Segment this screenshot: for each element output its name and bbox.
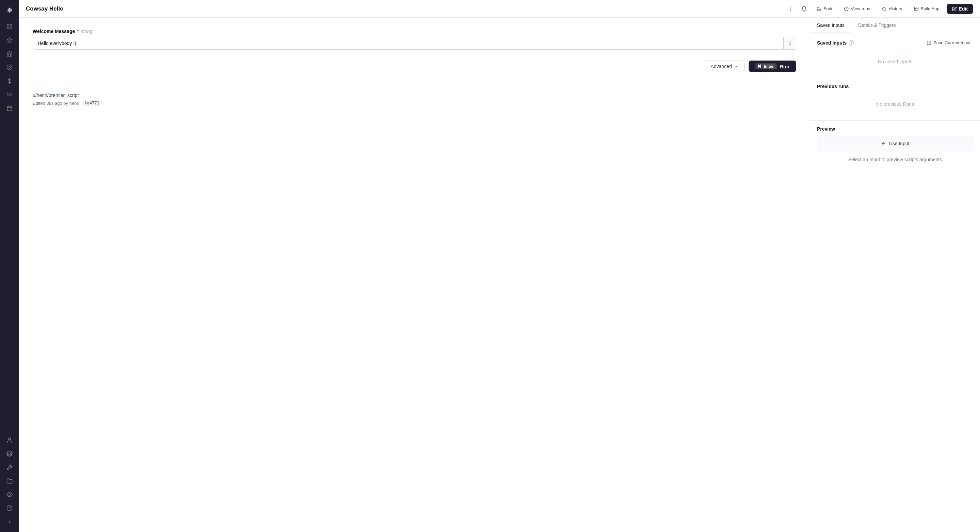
history-icon <box>882 6 886 11</box>
save-current-input-button[interactable]: Save Current Input <box>924 39 973 47</box>
edit-label: Edit <box>959 6 968 11</box>
preview-hint: Select an Input to preview scripts argum… <box>817 157 973 162</box>
svg-point-22 <box>817 7 819 8</box>
sidebar-item-tools[interactable] <box>3 461 16 473</box>
advanced-button[interactable]: Advanced <box>705 60 744 72</box>
more-button[interactable] <box>785 3 796 14</box>
sidebar-item-settings[interactable] <box>3 448 16 460</box>
script-panel: Welcome Message* string $ Advanced ⌘ Ent… <box>19 18 810 532</box>
script-edited: Edited 38s ago by henri fa4771 <box>33 100 796 106</box>
main-container: Cowsay Hello Fork View runs History <box>19 0 980 532</box>
clock-icon <box>844 6 849 11</box>
svg-point-8 <box>9 94 11 95</box>
topbar-actions: Fork View runs History Build App Edit <box>785 3 973 14</box>
preview-section: Preview Use Input Select an Input to pre… <box>810 121 980 532</box>
tabs-row: Saved inputs Details & Triggers <box>810 18 980 33</box>
saved-inputs-info-icon[interactable]: i <box>849 40 854 46</box>
saved-inputs-title: Saved Inputs i <box>817 40 854 46</box>
sidebar-item-home[interactable] <box>3 48 16 60</box>
run-area: Advanced ⌘ Enter Run <box>33 60 796 72</box>
sidebar-item-user[interactable] <box>3 434 16 446</box>
sidebar-item-calendar[interactable] <box>3 102 16 114</box>
build-app-button[interactable]: Build App <box>910 4 944 14</box>
previous-runs-title: Previous runs <box>817 84 973 89</box>
use-input-button[interactable]: Use Input <box>817 136 973 151</box>
sidebar-item-expand[interactable] <box>3 516 16 528</box>
save-current-input-label: Save Current Input <box>933 40 970 45</box>
svg-point-23 <box>817 9 819 11</box>
field-label: Welcome Message* string <box>33 29 796 34</box>
run-label: Run <box>780 64 789 69</box>
chevron-down-icon <box>734 64 739 69</box>
saved-inputs-header: Saved Inputs i Save Current Input <box>817 39 973 47</box>
enter-key: Enter <box>762 64 775 69</box>
svg-point-15 <box>9 494 11 495</box>
preview-title: Preview <box>817 126 973 132</box>
tab-saved-inputs[interactable]: Saved inputs <box>810 18 851 33</box>
svg-rect-0 <box>7 24 9 26</box>
fork-icon <box>817 6 821 11</box>
svg-point-14 <box>9 453 11 455</box>
commit-badge: fa4771 <box>82 100 102 106</box>
field-label-text: Welcome Message <box>33 29 75 34</box>
history-button[interactable]: History <box>877 4 907 14</box>
sidebar-item-billing[interactable] <box>3 75 16 87</box>
no-previous-runs: No previous Runs <box>817 93 973 115</box>
sidebar-logo[interactable]: ❄ <box>3 4 16 16</box>
sidebar-item-grid[interactable] <box>3 21 16 33</box>
svg-rect-9 <box>7 106 12 111</box>
cmd-key: ⌘ <box>757 64 762 69</box>
run-button[interactable]: ⌘ Enter Run <box>749 60 796 72</box>
right-panel: Saved inputs Details & Triggers Saved In… <box>810 18 980 532</box>
sidebar-item-api[interactable] <box>3 89 16 101</box>
edited-text: Edited 38s ago by henri <box>33 101 79 106</box>
sidebar-item-eye[interactable] <box>3 489 16 501</box>
sidebar-item-help[interactable] <box>3 502 16 514</box>
script-meta: u/henri/premier_script Edited 38s ago by… <box>33 92 796 106</box>
edit-icon <box>952 6 957 11</box>
fork-label: Fork <box>824 6 832 11</box>
sidebar-item-play[interactable] <box>3 61 16 73</box>
svg-marker-4 <box>7 38 12 43</box>
advanced-label: Advanced <box>711 64 732 69</box>
saved-inputs-title-text: Saved Inputs <box>817 40 846 46</box>
svg-marker-6 <box>9 66 11 68</box>
svg-rect-25 <box>914 7 918 11</box>
page-title: Cowsay Hello <box>26 5 780 12</box>
no-saved-inputs: No saved Inputs <box>817 51 973 73</box>
build-app-label: Build App <box>921 6 940 11</box>
view-runs-button[interactable]: View runs <box>840 4 875 14</box>
svg-rect-1 <box>10 24 12 26</box>
sidebar-item-folder[interactable] <box>3 475 16 487</box>
use-input-label: Use Input <box>889 141 910 146</box>
fork-button[interactable]: Fork <box>812 4 837 14</box>
dollar-sign: $ <box>783 37 796 49</box>
edit-button[interactable]: Edit <box>947 4 973 14</box>
svg-point-5 <box>7 65 12 70</box>
script-path: u/henri/premier_script <box>33 92 796 98</box>
svg-point-20 <box>790 10 791 11</box>
tab-saved-inputs-label: Saved inputs <box>817 22 845 28</box>
welcome-message-input[interactable] <box>33 37 783 49</box>
content-area: Welcome Message* string $ Advanced ⌘ Ent… <box>19 18 980 532</box>
notifications-button[interactable] <box>799 3 810 14</box>
arrow-left-icon <box>881 141 886 146</box>
welcome-message-field: Welcome Message* string $ <box>33 29 796 50</box>
topbar: Cowsay Hello Fork View runs History <box>19 0 980 18</box>
save-icon <box>927 40 931 45</box>
saved-inputs-section: Saved Inputs i Save Current Input No sav… <box>810 33 980 78</box>
tab-details-triggers[interactable]: Details & Triggers <box>851 18 902 33</box>
view-runs-label: View runs <box>851 6 870 11</box>
sidebar-item-star[interactable] <box>3 34 16 46</box>
svg-rect-2 <box>7 27 9 29</box>
field-type-hint: string <box>81 29 92 34</box>
svg-point-18 <box>790 6 791 7</box>
previous-runs-section: Previous runs No previous Runs <box>810 78 980 121</box>
svg-point-19 <box>790 8 791 9</box>
field-input-wrapper: $ <box>33 37 796 50</box>
logo-icon: ❄ <box>7 6 13 14</box>
run-keyboard-shortcut: ⌘ Enter <box>756 63 777 69</box>
history-label: History <box>888 6 902 11</box>
sidebar: ❄ <box>0 0 19 532</box>
svg-point-13 <box>8 438 11 440</box>
